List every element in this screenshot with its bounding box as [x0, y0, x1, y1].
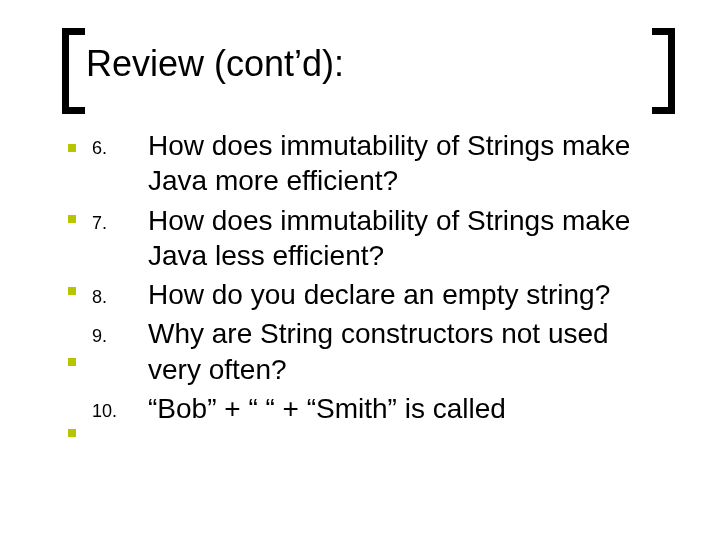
bullet-accent-icon — [68, 144, 76, 152]
bullet-accent-icon — [68, 358, 76, 366]
bullet-accent-icon — [68, 287, 76, 295]
item-number: 8. — [92, 277, 148, 308]
bullet-accent-icon — [68, 215, 76, 223]
item-text: How do you declare an empty string? — [148, 277, 610, 312]
list-item: 8. How do you declare an empty string? — [92, 277, 652, 312]
title-bracket-left-icon — [62, 28, 85, 114]
item-text: “Bob” + “ “ + “Smith” is called — [148, 391, 506, 426]
item-number: 9. — [92, 316, 148, 347]
list-item: 10. “Bob” + “ “ + “Smith” is called — [92, 391, 652, 426]
item-text: Why are String constructors not used ver… — [148, 316, 652, 387]
slide-title: Review (cont’d): — [86, 43, 344, 85]
question-list: 6. How does immutability of Strings make… — [92, 128, 652, 426]
item-number: 7. — [92, 203, 148, 234]
slide: Review (cont’d): 6. How does immutabilit… — [0, 0, 720, 540]
bullet-accent-icon — [68, 429, 76, 437]
item-number: 10. — [92, 391, 148, 422]
list-item: 9. Why are String constructors not used … — [92, 316, 652, 387]
title-bracket-right-icon — [652, 28, 675, 114]
item-text: How does immutability of Strings make Ja… — [148, 203, 652, 274]
item-text: How does immutability of Strings make Ja… — [148, 128, 652, 199]
list-item: 6. How does immutability of Strings make… — [92, 128, 652, 199]
item-number: 6. — [92, 128, 148, 159]
slide-body: 6. How does immutability of Strings make… — [92, 128, 652, 430]
list-item: 7. How does immutability of Strings make… — [92, 203, 652, 274]
